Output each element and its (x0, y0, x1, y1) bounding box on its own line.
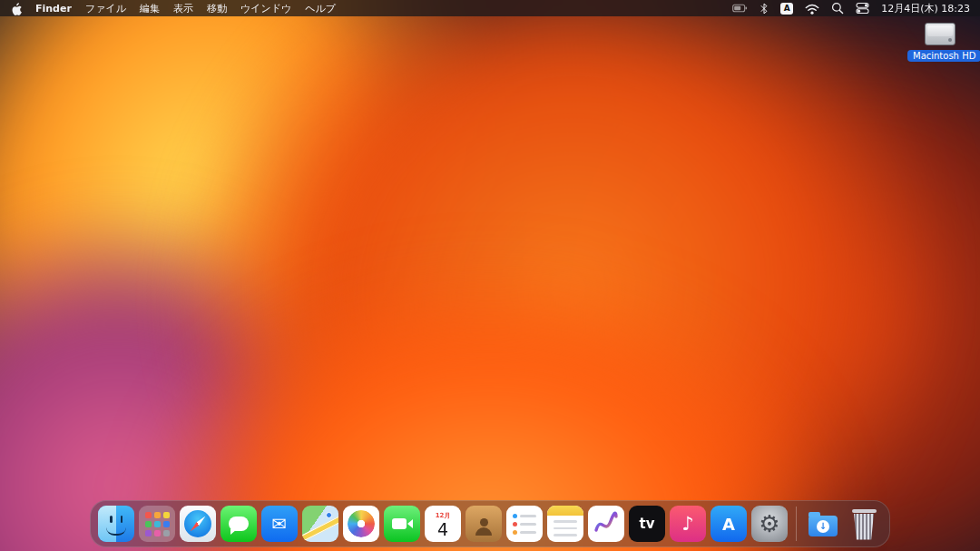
hard-drive-top (927, 25, 953, 36)
freeform-squiggle (593, 511, 619, 536)
download-arrow-icon: ↓ (817, 520, 829, 533)
input-source-badge[interactable]: A (780, 3, 793, 15)
dock-tv-icon[interactable]: tv (629, 506, 665, 542)
drive-label: Macintosh HD (907, 50, 980, 62)
tv-label: tv (640, 516, 655, 532)
dock-downloads-folder-icon[interactable]: ↓ (805, 506, 841, 542)
desktop-wallpaper (0, 0, 980, 551)
spotlight-icon[interactable] (831, 2, 844, 15)
app-menu-finder[interactable]: Finder (35, 3, 72, 15)
dock-contacts-icon[interactable] (466, 506, 502, 542)
finder-eye (110, 516, 113, 523)
dock-facetime-icon[interactable] (384, 506, 420, 542)
hard-drive-dot (948, 38, 952, 42)
dock-calendar-icon[interactable]: 12月 4 (425, 506, 461, 542)
safari-compass (184, 510, 211, 537)
menu-bar-left: Finder ファイル 編集 表示 移動 ウインドウ ヘルプ (10, 2, 336, 15)
dock-music-icon[interactable]: ♪ (670, 506, 706, 542)
dock-photos-icon[interactable] (343, 506, 379, 542)
photos-pinwheel (348, 510, 375, 537)
video-camera-icon (392, 518, 407, 529)
dock-trash-icon[interactable] (846, 506, 882, 542)
menu-go[interactable]: 移動 (207, 2, 227, 15)
battery-icon[interactable] (732, 3, 748, 14)
dock-mail-icon[interactable]: ✉ (261, 506, 298, 542)
contact-silhouette-body (475, 527, 492, 536)
calendar-day: 4 (437, 520, 448, 539)
macos-desktop: Finder ファイル 編集 表示 移動 ウインドウ ヘルプ A (0, 0, 980, 551)
menu-window[interactable]: ウインドウ (240, 2, 291, 15)
notes-line (554, 520, 577, 523)
dock-safari-icon[interactable] (180, 506, 216, 542)
trash-basket (853, 514, 875, 540)
notes-line (554, 534, 577, 536)
desktop-icon-macintosh-hd[interactable]: Macintosh HD (907, 23, 973, 63)
app-store-a-glyph: A (722, 515, 735, 534)
dock-system-settings-icon[interactable]: ⚙ (751, 506, 788, 542)
contact-silhouette-head (480, 518, 488, 526)
wifi-icon[interactable] (805, 3, 819, 15)
envelope-icon: ✉ (272, 515, 288, 533)
dock: ✉ 12月 4 (90, 500, 890, 547)
reminder-row (513, 522, 536, 526)
menu-view[interactable]: 表示 (173, 2, 193, 15)
dock-reminders-icon[interactable] (506, 506, 543, 542)
menu-bar: Finder ファイル 編集 表示 移動 ウインドウ ヘルプ A (0, 0, 980, 16)
hard-drive-icon (925, 23, 956, 45)
maps-road (302, 512, 338, 542)
launchpad-grid (145, 512, 170, 536)
maps-location-dot (326, 512, 332, 518)
finder-eye (121, 516, 123, 523)
gear-icon: ⚙ (759, 512, 779, 536)
bluetooth-icon[interactable] (760, 2, 769, 15)
dock-separator (796, 507, 797, 541)
menu-file[interactable]: ファイル (85, 2, 126, 15)
folder-icon: ↓ (808, 516, 838, 536)
dock-launchpad-icon[interactable] (139, 506, 175, 542)
dock-finder-icon[interactable] (98, 506, 134, 542)
menu-bar-status: A 12月4日(木) 18:23 (732, 2, 970, 15)
reminder-row (513, 514, 536, 518)
safari-needle (188, 514, 207, 533)
finder-smile (106, 527, 126, 536)
apple-menu-icon[interactable] (10, 2, 22, 15)
reminder-row (513, 530, 536, 535)
dock-app-store-icon[interactable]: A (710, 506, 747, 542)
menu-help[interactable]: ヘルプ (305, 2, 336, 15)
finder-face-half (98, 506, 116, 542)
dock-notes-icon[interactable] (547, 506, 583, 542)
music-note-icon: ♪ (681, 515, 693, 534)
speech-bubble-icon (229, 517, 249, 531)
notes-header-strip (547, 506, 583, 516)
dock-messages-icon[interactable] (220, 506, 257, 542)
notes-line (554, 527, 577, 530)
dock-freeform-icon[interactable] (588, 506, 624, 542)
control-center-icon[interactable] (856, 2, 869, 15)
menu-edit[interactable]: 編集 (140, 2, 160, 15)
dock-maps-icon[interactable] (302, 506, 338, 542)
trash-rim (852, 509, 877, 513)
menubar-clock[interactable]: 12月4日(木) 18:23 (881, 2, 970, 15)
